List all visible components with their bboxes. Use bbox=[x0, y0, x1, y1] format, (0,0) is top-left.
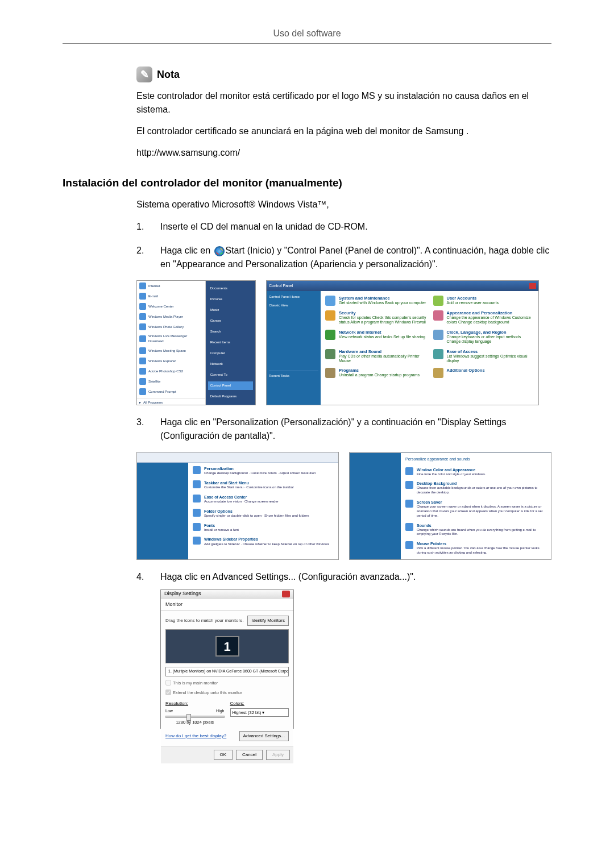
help-link[interactable]: How do I get the best display? bbox=[165, 733, 226, 740]
resolution-value: 1280 by 1024 pixels bbox=[165, 719, 225, 725]
folder-icon bbox=[193, 509, 201, 517]
cp-cat-title: System and Maintenance bbox=[339, 296, 426, 301]
sm-item-label: E-mail bbox=[148, 294, 158, 299]
system-icon bbox=[325, 296, 335, 306]
cp-cat-sub: Play CDs or other media automatically Pr… bbox=[339, 354, 420, 363]
gallery-icon bbox=[139, 323, 146, 330]
sm-item-label: Windows Explorer bbox=[148, 359, 176, 364]
screensaver-icon bbox=[405, 500, 413, 508]
mail-icon bbox=[139, 293, 146, 300]
main-monitor-checkbox bbox=[165, 680, 171, 686]
pz-row-sub: Add gadgets to Sidebar · Choose whether … bbox=[204, 542, 329, 546]
sm-all-programs: All Programs bbox=[143, 400, 163, 405]
nota-block: ✎ Nota Este controlador del monitor está… bbox=[136, 67, 551, 160]
pz-row-sub: Customize the Start menu · Customize ico… bbox=[204, 485, 294, 489]
sm-item-label: Windows Media Player bbox=[148, 314, 183, 319]
colors-label: Colors: bbox=[230, 700, 289, 707]
pz-row-title: Ease of Access Center bbox=[204, 495, 279, 500]
pz-row-sub: Change your screen saver or adjust when … bbox=[417, 505, 542, 517]
cancel-button[interactable]: Cancel bbox=[236, 750, 263, 760]
step-2-text-a: Haga clic en bbox=[160, 246, 213, 255]
cp-cat-title: Ease of Access bbox=[447, 349, 534, 354]
nota-label: Nota bbox=[157, 69, 180, 81]
display-settings-dialog: Display Settings Monitor Drag the icons … bbox=[160, 589, 294, 729]
pz-row-sub: Fine tune the color and style of your wi… bbox=[417, 472, 486, 476]
pz-row-title: Mouse Pointers bbox=[417, 541, 546, 546]
ease-icon bbox=[433, 349, 443, 359]
pz-row-title: Windows Sidebar Properties bbox=[204, 537, 329, 542]
sm-control-panel: Control Panel bbox=[210, 383, 231, 388]
nota-para1: Este controlador del monitor está certif… bbox=[136, 89, 551, 117]
sm-right-label: Network bbox=[210, 362, 223, 367]
pz-row-title: Screen Saver bbox=[417, 500, 546, 505]
additional-icon bbox=[433, 368, 443, 378]
window-close-icon bbox=[529, 283, 536, 289]
ps-icon bbox=[139, 368, 146, 375]
step-3-text: Haga clic en "Personalization (Personali… bbox=[160, 417, 506, 441]
pz-row-title: Sounds bbox=[417, 523, 546, 528]
programs-icon bbox=[325, 368, 335, 378]
pz-row-sub: Change which sounds are heard when you d… bbox=[417, 528, 536, 536]
cp-title: Control Panel bbox=[269, 283, 293, 289]
cp-cat-title: Network and Internet bbox=[339, 330, 425, 335]
pz-row-sub: Choose from available backgrounds or col… bbox=[417, 486, 537, 494]
monitor-layout-area[interactable]: 1 bbox=[165, 629, 289, 663]
mouse-icon bbox=[405, 541, 413, 549]
note-icon: ✎ bbox=[136, 67, 152, 82]
monitor-select[interactable]: 1. (Multiple Monitors) on NVIDIA GeForce… bbox=[165, 667, 289, 676]
sm-right-label: Computer bbox=[210, 351, 225, 356]
pz-row-sub: Specify single- or double-click to open … bbox=[204, 514, 309, 517]
cp-cat-sub: Uninstall a program Change startup progr… bbox=[339, 373, 420, 377]
step-2: Haga clic en Start (Inicio) y "Control P… bbox=[136, 244, 551, 405]
welcome-icon bbox=[139, 303, 146, 310]
cp-cat-title: Additional Options bbox=[447, 368, 485, 373]
sm-item-label: Windows Meeting Space bbox=[148, 348, 186, 354]
fonts-icon bbox=[193, 523, 201, 531]
explorer-icon bbox=[139, 358, 146, 364]
pz-row-sub: Change desktop background · Customize co… bbox=[204, 471, 316, 475]
sm-item-label: Command Prompt bbox=[148, 389, 176, 394]
sm-right-label: Documents bbox=[210, 286, 227, 291]
personalization-screenshot: Personalize appearance and sounds Window… bbox=[349, 452, 551, 560]
close-icon[interactable] bbox=[282, 591, 290, 597]
pz-row-sub: Install or remove a font bbox=[204, 528, 239, 531]
pz-row-title: Taskbar and Start Menu bbox=[204, 480, 294, 485]
pz-row-title: Desktop Background bbox=[417, 481, 546, 486]
satellite-icon bbox=[139, 378, 146, 385]
nota-para2: El controlador certificado se anunciará … bbox=[136, 124, 551, 138]
colors-dropdown[interactable]: Highest (32 bit) ▾ bbox=[230, 708, 289, 717]
desktopbg-icon bbox=[405, 481, 413, 489]
sm-item-label: Adobe Photoshop CS2 bbox=[148, 369, 183, 374]
extend-desktop-checkbox bbox=[165, 690, 171, 695]
control-panel-screenshot: Control Panel Control Panel Home Classic… bbox=[266, 280, 539, 405]
step-1-text: Inserte el CD del manual en la unidad de… bbox=[160, 222, 368, 231]
cp-cat-title: Programs bbox=[339, 368, 420, 373]
sounds-icon bbox=[405, 523, 413, 531]
ok-button[interactable]: OK bbox=[214, 750, 233, 760]
pz-row-title: Window Color and Appearance bbox=[417, 467, 486, 472]
identify-monitors-button[interactable]: Identify Monitors bbox=[247, 616, 289, 626]
user-icon bbox=[433, 296, 443, 306]
sm-right-label: Help and Support bbox=[210, 405, 237, 405]
taskbar-icon bbox=[193, 480, 201, 488]
monitor-1-box[interactable]: 1 bbox=[215, 636, 239, 657]
pz-row-sub: Pick a different mouse pointer. You can … bbox=[417, 546, 540, 554]
cp-cat-sub: Let Windows suggest settings Optimize vi… bbox=[447, 354, 528, 363]
resolution-slider[interactable] bbox=[165, 716, 225, 718]
ds-check2-label: Extend the desktop onto this monitor bbox=[173, 690, 242, 696]
sm-right-label: Pictures bbox=[210, 297, 223, 302]
cp-cat-sub: Check for updates Check this computer's … bbox=[339, 315, 426, 324]
sm-right-label: Search bbox=[210, 329, 221, 334]
appearance-screenshot: PersonalizationChange desktop background… bbox=[136, 452, 339, 560]
advanced-settings-button[interactable]: Advanced Settings... bbox=[239, 731, 289, 741]
apply-button: Apply bbox=[266, 750, 290, 760]
ds-tab-monitor[interactable]: Monitor bbox=[161, 599, 293, 612]
windows-start-icon bbox=[214, 246, 225, 256]
hardware-icon bbox=[325, 349, 335, 359]
sm-item-label: Windows Photo Gallery bbox=[148, 325, 184, 330]
meeting-icon bbox=[139, 347, 146, 354]
wmp-icon bbox=[139, 313, 146, 320]
messenger-icon bbox=[139, 335, 146, 342]
start-menu-screenshot: Internet E-mail Welcome Center Windows M… bbox=[136, 280, 256, 405]
step-1: Inserte el CD del manual en la unidad de… bbox=[136, 220, 551, 234]
